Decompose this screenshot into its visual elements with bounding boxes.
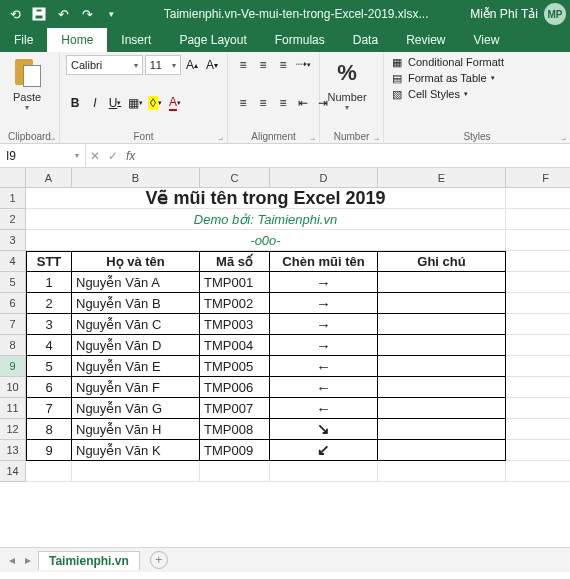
cell[interactable]: TMP002 [200, 293, 270, 314]
cell[interactable] [378, 356, 506, 377]
redo-icon[interactable]: ↷ [76, 3, 98, 25]
row-header-13[interactable]: 13 [0, 440, 26, 461]
sheet-cells[interactable]: Vẽ mũi tên trong Excel 2019Demo bởi: Tai… [26, 188, 570, 482]
demo-cell[interactable]: Demo bởi: Taimienphi.vn [26, 209, 506, 230]
cell[interactable] [378, 419, 506, 440]
cell[interactable]: → [270, 293, 378, 314]
align-left-icon[interactable]: ≡ [234, 93, 252, 113]
cell[interactable]: TMP005 [200, 356, 270, 377]
cell[interactable]: TMP004 [200, 335, 270, 356]
cell[interactable]: ↘ [270, 419, 378, 440]
cell[interactable] [270, 461, 378, 482]
tab-file[interactable]: File [0, 28, 47, 52]
row-header-11[interactable]: 11 [0, 398, 26, 419]
cell[interactable]: TMP007 [200, 398, 270, 419]
cell[interactable]: TMP009 [200, 440, 270, 461]
cell[interactable]: Nguyễn Văn K [72, 440, 200, 461]
cell[interactable] [506, 188, 570, 209]
cell[interactable]: 7 [26, 398, 72, 419]
cell[interactable]: ↙ [270, 440, 378, 461]
cell[interactable]: 6 [26, 377, 72, 398]
col-header-D[interactable]: D [270, 168, 378, 188]
orientation-icon[interactable]: ⭬▾ [294, 55, 312, 75]
font-color-button[interactable]: A▾ [166, 93, 184, 113]
cell[interactable]: TMP003 [200, 314, 270, 335]
save-icon[interactable] [28, 3, 50, 25]
cell[interactable] [506, 335, 570, 356]
col-header-F[interactable]: F [506, 168, 570, 188]
header-cell[interactable]: STT [26, 251, 72, 272]
fill-color-button[interactable]: ◊▾ [146, 93, 164, 113]
row-header-1[interactable]: 1 [0, 188, 26, 209]
cell[interactable] [378, 314, 506, 335]
cell[interactable] [378, 272, 506, 293]
row-header-7[interactable]: 7 [0, 314, 26, 335]
increase-font-icon[interactable]: A▴ [183, 55, 201, 75]
paste-button[interactable]: Paste ▾ [6, 55, 48, 112]
cell[interactable] [378, 293, 506, 314]
cell[interactable]: Nguyễn Văn D [72, 335, 200, 356]
align-middle-icon[interactable]: ≡ [254, 55, 272, 75]
cell[interactable]: TMP008 [200, 419, 270, 440]
cell[interactable]: TMP001 [200, 272, 270, 293]
qat-dropdown-icon[interactable]: ▾ [100, 3, 122, 25]
format-as-table-button[interactable]: ▤Format as Table ▾ [390, 71, 564, 85]
align-center-icon[interactable]: ≡ [254, 93, 272, 113]
cell[interactable] [72, 461, 200, 482]
cell[interactable]: 3 [26, 314, 72, 335]
row-header-2[interactable]: 2 [0, 209, 26, 230]
user-name[interactable]: Miễn Phí Tải [470, 7, 538, 21]
undo-icon[interactable]: ↶ [52, 3, 74, 25]
cell[interactable] [378, 440, 506, 461]
tab-nav-prev-icon[interactable]: ◂ [6, 553, 18, 567]
row-header-10[interactable]: 10 [0, 377, 26, 398]
row-header-3[interactable]: 3 [0, 230, 26, 251]
tab-formulas[interactable]: Formulas [261, 28, 339, 52]
cell-styles-button[interactable]: ▧Cell Styles ▾ [390, 87, 564, 101]
align-bottom-icon[interactable]: ≡ [274, 55, 292, 75]
bold-button[interactable]: B [66, 93, 84, 113]
row-header-14[interactable]: 14 [0, 461, 26, 482]
cell[interactable]: 4 [26, 335, 72, 356]
select-all-corner[interactable] [0, 168, 26, 188]
fx-icon[interactable]: fx [126, 149, 135, 163]
row-header-5[interactable]: 5 [0, 272, 26, 293]
cell[interactable]: Nguyễn Văn C [72, 314, 200, 335]
cell[interactable]: 2 [26, 293, 72, 314]
cell[interactable]: Nguyễn Văn A [72, 272, 200, 293]
cell[interactable] [506, 293, 570, 314]
tab-insert[interactable]: Insert [107, 28, 165, 52]
cell[interactable] [200, 461, 270, 482]
align-right-icon[interactable]: ≡ [274, 93, 292, 113]
header-cell[interactable]: Họ và tên [72, 251, 200, 272]
autosave-icon[interactable]: ⟲ [4, 3, 26, 25]
col-header-C[interactable]: C [200, 168, 270, 188]
header-cell[interactable]: Ghi chú [378, 251, 506, 272]
underline-button[interactable]: U▾ [106, 93, 124, 113]
tab-data[interactable]: Data [339, 28, 392, 52]
cell[interactable] [506, 377, 570, 398]
cell[interactable]: ← [270, 356, 378, 377]
grid-area[interactable]: ABCDEF 1234567891011121314 Vẽ mũi tên tr… [0, 168, 570, 548]
row-header-8[interactable]: 8 [0, 335, 26, 356]
cell[interactable] [378, 377, 506, 398]
cell[interactable] [506, 272, 570, 293]
tab-page-layout[interactable]: Page Layout [165, 28, 260, 52]
cell[interactable] [378, 335, 506, 356]
cell[interactable]: Nguyễn Văn F [72, 377, 200, 398]
cell[interactable]: ← [270, 377, 378, 398]
indent-dec-icon[interactable]: ⇤ [294, 93, 312, 113]
col-header-B[interactable]: B [72, 168, 200, 188]
row-header-6[interactable]: 6 [0, 293, 26, 314]
header-cell[interactable]: Chèn mũi tên [270, 251, 378, 272]
align-top-icon[interactable]: ≡ [234, 55, 252, 75]
cell[interactable]: 9 [26, 440, 72, 461]
cell[interactable] [506, 314, 570, 335]
cell[interactable]: → [270, 335, 378, 356]
conditional-formatting-button[interactable]: ▦Conditional Formatt [390, 55, 564, 69]
cell[interactable] [506, 461, 570, 482]
tab-home[interactable]: Home [47, 28, 107, 52]
sep-cell[interactable]: -o0o- [26, 230, 506, 251]
font-name-combo[interactable]: Calibri▾ [66, 55, 143, 75]
cell[interactable]: Nguyễn Văn G [72, 398, 200, 419]
